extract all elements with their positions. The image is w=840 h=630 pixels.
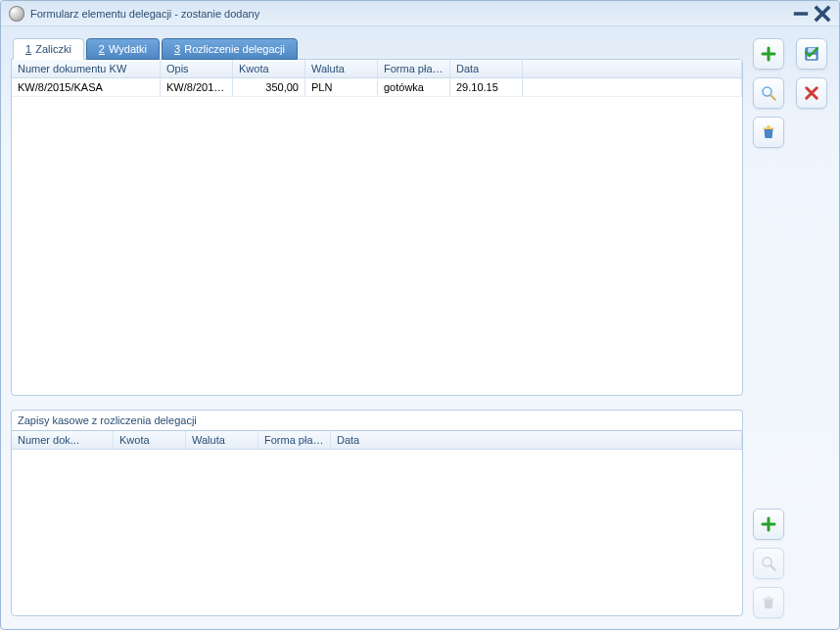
column-header-numer-dok[interactable]: Numer dok... bbox=[12, 431, 114, 449]
tab-label: Rozliczenie delegacji bbox=[184, 43, 285, 55]
cancel-x-icon bbox=[803, 84, 820, 102]
column-header-data[interactable]: Data bbox=[450, 60, 523, 77]
column-header-kwota2[interactable]: Kwota bbox=[114, 431, 186, 449]
column-header-waluta2[interactable]: Waluta bbox=[186, 431, 258, 449]
grid-zapisy-wrapper: Zapisy kasowe z rozliczenia delegacji Nu… bbox=[11, 410, 743, 616]
window-title: Formularz elementu delegacji - zostanie … bbox=[30, 8, 788, 20]
table-row[interactable]: KW/8/2015/KASA KW/8/2015... 350,00 PLN g… bbox=[12, 78, 742, 97]
search-button-2[interactable] bbox=[753, 548, 784, 579]
column-header-waluta[interactable]: Waluta bbox=[305, 60, 378, 77]
cell-opis: KW/8/2015... bbox=[161, 78, 233, 96]
titlebar: Formularz elementu delegacji - zostanie … bbox=[1, 1, 839, 26]
add-button-2[interactable] bbox=[753, 509, 784, 540]
plus-icon bbox=[760, 45, 777, 63]
tab-label: Zaliczki bbox=[35, 43, 71, 55]
cancel-button[interactable] bbox=[796, 77, 827, 109]
save-button[interactable] bbox=[796, 38, 827, 70]
tab-label: Wydatki bbox=[109, 43, 147, 55]
cell-waluta: PLN bbox=[305, 78, 378, 96]
search-button[interactable] bbox=[753, 77, 784, 109]
grid-header: Numer dokumentu KW Opis Kwota Waluta For… bbox=[12, 60, 742, 78]
tab-wydatki[interactable]: 2 Wydatki bbox=[86, 38, 160, 60]
tab-prefix: 3 bbox=[174, 43, 180, 55]
add-button[interactable] bbox=[753, 38, 784, 70]
app-icon bbox=[9, 6, 24, 22]
magnifier-icon bbox=[760, 555, 777, 572]
minimize-button[interactable] bbox=[792, 6, 810, 22]
column-header-numer-dokumentu[interactable]: Numer dokumentu KW bbox=[12, 60, 161, 77]
column-header-forma-platnosci[interactable]: Forma płat... bbox=[378, 60, 450, 77]
grid-zapisy-panel: Numer dok... Kwota Waluta Forma płat... … bbox=[11, 430, 743, 616]
grid2-header: Numer dok... Kwota Waluta Forma płat... … bbox=[12, 431, 742, 450]
cell-data: 29.10.15 bbox=[450, 78, 523, 96]
column-header-filler bbox=[523, 60, 742, 77]
toolbar-right bbox=[751, 38, 786, 619]
main-column: 1 Zaliczki 2 Wydatki 3 Rozliczenie deleg… bbox=[11, 38, 743, 619]
tab-prefix: 2 bbox=[99, 43, 105, 55]
grid-zaliczki-panel: Numer dokumentu KW Opis Kwota Waluta For… bbox=[11, 59, 743, 396]
delete-button-2[interactable] bbox=[753, 587, 784, 618]
close-button[interactable] bbox=[814, 6, 831, 22]
tab-bar: 1 Zaliczki 2 Wydatki 3 Rozliczenie deleg… bbox=[11, 38, 743, 60]
column-header-forma-plat2[interactable]: Forma płat... bbox=[258, 431, 331, 449]
cell-filler bbox=[523, 78, 742, 96]
svg-line-4 bbox=[770, 95, 775, 100]
cell-forma: gotówka bbox=[378, 78, 450, 96]
trash-icon bbox=[760, 123, 777, 141]
save-disk-icon bbox=[803, 45, 820, 63]
svg-line-6 bbox=[770, 565, 775, 570]
plus-icon bbox=[760, 515, 777, 533]
grid2-body[interactable] bbox=[12, 450, 742, 615]
tab-zaliczki[interactable]: 1 Zaliczki bbox=[13, 38, 84, 60]
grid-zapisy-title: Zapisy kasowe z rozliczenia delegacji bbox=[11, 410, 743, 430]
magnifier-icon bbox=[760, 84, 777, 102]
tab-rozliczenie[interactable]: 3 Rozliczenie delegacji bbox=[162, 38, 298, 60]
cell-kwota: 350,00 bbox=[233, 78, 305, 96]
delete-button[interactable] bbox=[753, 117, 784, 148]
trash-icon bbox=[760, 594, 777, 611]
grid-body[interactable]: KW/8/2015/KASA KW/8/2015... 350,00 PLN g… bbox=[12, 78, 742, 395]
column-header-opis[interactable]: Opis bbox=[161, 60, 233, 77]
column-header-data2[interactable]: Data bbox=[331, 431, 742, 449]
dialog-buttons bbox=[794, 38, 829, 619]
column-header-kwota[interactable]: Kwota bbox=[233, 60, 305, 77]
tab-prefix: 1 bbox=[25, 43, 31, 55]
cell-doc: KW/8/2015/KASA bbox=[12, 78, 161, 96]
